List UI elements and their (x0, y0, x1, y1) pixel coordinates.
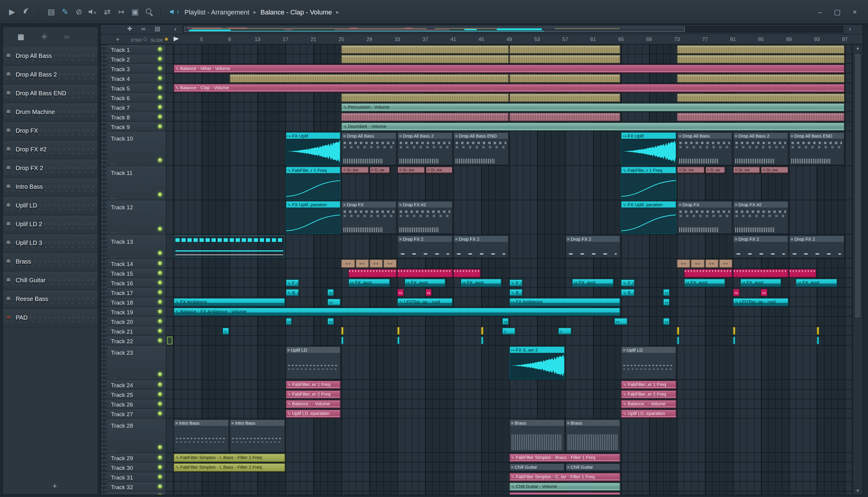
automation-clip[interactable]: ∿ (509, 492, 620, 495)
picker-item[interactable]: ≡PAD (3, 309, 98, 327)
automation-clip[interactable]: ∿Chill Guitar - Volume (509, 483, 620, 491)
pattern-clip[interactable] (733, 269, 789, 278)
pattern-clip[interactable]: ≡Drop All Bass (341, 132, 397, 165)
automation-clip[interactable]: ∿Uplif LD..eparation (621, 410, 677, 418)
pattern-clip[interactable]: ↦ (397, 289, 403, 296)
pattern-clip[interactable]: ≡Drop All Bass END (789, 132, 844, 165)
track-mute-led[interactable] (158, 372, 162, 377)
picker-item[interactable]: ≡Drop All Bass 2 (3, 66, 98, 84)
automation-clip[interactable]: ↦FX..aust (684, 279, 725, 287)
magnifier-icon[interactable] (145, 8, 153, 15)
auto-zoom-icon[interactable]: ▣ (131, 8, 139, 16)
track-header[interactable]: Track 4 (107, 74, 166, 83)
track-header[interactable]: Track 15 (107, 268, 166, 278)
track-mute-led[interactable] (158, 290, 162, 294)
pattern-clip[interactable]: ≡Dr..ine (761, 167, 789, 174)
marker-clip[interactable] (397, 327, 400, 335)
track-mute-led[interactable] (158, 47, 162, 51)
track-header[interactable]: Track 18 (107, 297, 166, 307)
pattern-clip[interactable]: ≡Drop All Bass END (453, 132, 509, 165)
track-mute-led[interactable] (158, 57, 162, 61)
pattern-clip[interactable]: »» (691, 259, 704, 268)
track-mute-led[interactable] (158, 193, 162, 197)
automation-clip[interactable]: ↦ (663, 318, 670, 325)
track-header[interactable]: Track 26 (107, 399, 166, 409)
picker-item[interactable]: ≡Drop All Bass END (3, 84, 98, 103)
track-header[interactable]: Track 24 (107, 380, 166, 389)
playback-speaker-icon[interactable] (170, 8, 178, 15)
pattern-clip[interactable]: »» (341, 259, 355, 268)
marker-clip[interactable] (817, 327, 819, 335)
pattern-clip[interactable] (677, 55, 844, 63)
track-mute-led[interactable] (158, 402, 162, 406)
pattern-clip[interactable]: ≡Intro Bass (174, 419, 229, 452)
marker-clip[interactable] (733, 337, 735, 344)
track-mute-led[interactable] (158, 271, 162, 275)
track-mute-led[interactable] (158, 115, 162, 119)
pattern-clip[interactable]: ≡Chill Guitar (509, 463, 565, 472)
track-header[interactable]: Track 11... (107, 166, 166, 200)
step-toggle[interactable] (144, 38, 147, 41)
automation-clip[interactable]: ∿Balance.. - Volume (621, 400, 677, 408)
track-mute-led[interactable] (158, 465, 162, 469)
pattern-clip[interactable]: ≡Intro Bass (230, 419, 285, 452)
track-mute-led[interactable] (158, 281, 162, 285)
pattern-clip[interactable] (341, 45, 509, 54)
track-header[interactable]: Track 27 (107, 409, 166, 418)
pattern-clip[interactable] (341, 55, 509, 63)
track-mute-led[interactable] (158, 494, 162, 495)
track-mute-led[interactable] (158, 251, 162, 255)
automation-clip[interactable]: ↦ (327, 318, 334, 325)
playlist-grid[interactable]: ∿Balance - Hihat - Volume∿Balance - Clap… (166, 45, 852, 495)
pattern-clip[interactable]: ≡Dr..ine (341, 167, 369, 174)
pattern-clip[interactable]: ≡Drop FX 2 (789, 235, 844, 258)
pattern-clip[interactable]: ≡Drop FX 2 (453, 235, 509, 258)
track-header[interactable]: Track 6 (107, 93, 166, 102)
automation-clip[interactable]: ∿FabFilter Simplon - Brass - Filter 1 Fr… (509, 454, 620, 462)
pattern-clip[interactable]: »» (383, 259, 397, 268)
track-mute-led[interactable] (158, 392, 162, 396)
track-mute-led[interactable] (158, 455, 162, 459)
automation-clip[interactable]: ↦ (663, 299, 670, 306)
track-mute-led[interactable] (158, 95, 162, 100)
punch-record-icon[interactable]: ↣ (117, 8, 126, 16)
picker-item[interactable]: ≡Drop All Bass (3, 47, 98, 66)
automation-clip[interactable]: ∿Doumbek - Volume (341, 123, 844, 131)
automation-clip[interactable]: ∿B..me (509, 289, 523, 296)
automation-clip[interactable]: ∿Uplif LD..eparation (285, 410, 341, 418)
track-mute-led[interactable] (158, 445, 162, 449)
pattern-clip[interactable]: ≡Drop All Bass 2 (397, 132, 453, 165)
automation-clip[interactable]: ∿F..ct (509, 279, 523, 286)
track-header[interactable]: Track 30 (107, 463, 166, 472)
automation-clip[interactable]: ↦FX..aust (572, 279, 613, 287)
automation-clip[interactable]: ∿FabFilter Simplon - I..Bass - Filter 1 … (174, 454, 285, 462)
pattern-clip[interactable]: ≡Uplif LD (285, 346, 341, 379)
pattern-clip[interactable] (509, 45, 620, 54)
vertical-scrollbar[interactable]: ▴ ▾ (852, 45, 863, 495)
automation-clip[interactable]: ∿Percussion - Volume (341, 103, 844, 112)
track-header[interactable]: Track 31 (107, 472, 166, 482)
track-header[interactable]: Track 21 (107, 326, 166, 336)
track-mute-led[interactable] (158, 309, 162, 314)
picker-item[interactable]: ≡Uplif LD (3, 197, 98, 215)
pattern-clip[interactable] (341, 113, 509, 121)
wait-input-icon[interactable]: ⇄ (103, 8, 112, 16)
pattern-clip[interactable]: ≡D..ne (369, 167, 390, 174)
automation-clip[interactable]: ↦ (502, 318, 509, 325)
pattern-clip[interactable] (509, 113, 620, 121)
automation-clip[interactable]: ∿Balance - Clap - Volume (174, 84, 844, 92)
automation-clip[interactable]: ↦ (327, 289, 334, 296)
draw-mode-icon[interactable]: ✎ (61, 8, 69, 16)
track-header[interactable]: Track 7 (107, 102, 166, 112)
track-mute-led[interactable] (158, 76, 162, 80)
pattern-clip[interactable]: ≡Dr..ine (397, 167, 425, 174)
automation-clip[interactable]: ∿FabFilter..er 1 Freq (621, 381, 677, 389)
track-header[interactable]: Track 22 (107, 336, 166, 345)
audio-clip[interactable]: ↦FX S..wn 2 (509, 346, 565, 379)
track-header[interactable]: Track 23... (107, 345, 166, 380)
track-header[interactable]: Track 28... (107, 418, 166, 453)
pattern-clip[interactable]: ≡Drop FX #2 (733, 201, 789, 234)
automation-clip[interactable]: ∿FabFilter Simplon - C..tar - Filter 1 F… (509, 473, 620, 481)
automation-clip[interactable]: ∿Balance - FX Ambience - Volume (174, 308, 620, 316)
close-button[interactable]: × (851, 8, 859, 16)
